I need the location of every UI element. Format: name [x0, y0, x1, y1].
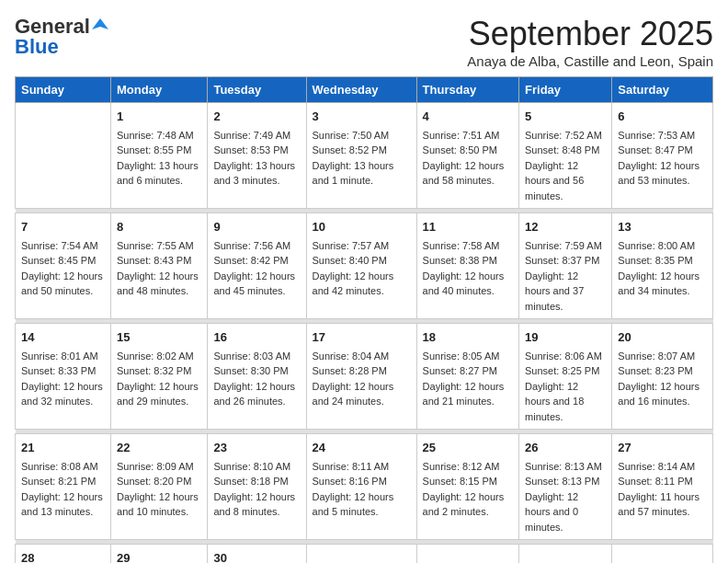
table-row	[416, 545, 518, 564]
sunrise-text: Sunrise: 8:01 AM	[21, 350, 98, 362]
daylight-text: Daylight: 13 hours and 3 minutes.	[213, 160, 295, 187]
table-row: 2Sunrise: 7:49 AMSunset: 8:53 PMDaylight…	[208, 103, 306, 209]
day-number: 20	[618, 328, 707, 347]
calendar-table: Sunday Monday Tuesday Wednesday Thursday…	[15, 76, 713, 563]
day-number: 17	[313, 328, 411, 347]
logo-blue-text: Blue	[15, 35, 59, 59]
col-saturday: Saturday	[612, 77, 713, 103]
daylight-text: Daylight: 12 hours and 24 minutes.	[313, 381, 394, 408]
sunrise-text: Sunrise: 8:13 AM	[525, 461, 602, 472]
table-row: 20Sunrise: 8:07 AMSunset: 8:23 PMDayligh…	[612, 324, 713, 430]
sunset-text: Sunset: 8:30 PM	[213, 365, 288, 376]
table-row: 21Sunrise: 8:08 AMSunset: 8:21 PMDayligh…	[16, 434, 111, 540]
daylight-text: Daylight: 12 hours and 8 minutes.	[213, 491, 295, 518]
sunrise-text: Sunrise: 8:00 AM	[618, 240, 695, 251]
daylight-text: Daylight: 12 hours and 50 minutes.	[21, 270, 103, 297]
sunrise-text: Sunrise: 8:04 AM	[313, 350, 390, 362]
sunrise-text: Sunrise: 8:06 AM	[525, 350, 602, 362]
sunset-text: Sunset: 8:52 PM	[313, 144, 387, 155]
day-number: 28	[21, 549, 105, 563]
table-row: 15Sunrise: 8:02 AMSunset: 8:32 PMDayligh…	[111, 324, 208, 430]
sunrise-text: Sunrise: 7:55 AM	[117, 240, 194, 251]
sunset-text: Sunset: 8:53 PM	[213, 144, 288, 155]
sunset-text: Sunset: 8:35 PM	[618, 255, 692, 266]
day-number: 4	[423, 108, 513, 126]
sunset-text: Sunset: 8:42 PM	[213, 255, 288, 266]
sunrise-text: Sunrise: 7:50 AM	[313, 130, 390, 141]
sunrise-text: Sunrise: 8:05 AM	[423, 350, 500, 362]
day-number: 2	[213, 108, 300, 126]
calendar-week-row: 14Sunrise: 8:01 AMSunset: 8:33 PMDayligh…	[16, 324, 713, 430]
daylight-text: Daylight: 12 hours and 10 minutes.	[117, 491, 199, 518]
sunset-text: Sunset: 8:40 PM	[313, 255, 387, 266]
table-row: 17Sunrise: 8:04 AMSunset: 8:28 PMDayligh…	[306, 324, 416, 430]
table-row: 29Sunrise: 8:16 AMSunset: 8:08 PMDayligh…	[111, 545, 208, 564]
daylight-text: Daylight: 12 hours and 32 minutes.	[21, 381, 103, 408]
daylight-text: Daylight: 12 hours and 37 minutes.	[525, 270, 584, 312]
table-row: 16Sunrise: 8:03 AMSunset: 8:30 PMDayligh…	[208, 324, 306, 430]
table-row: 23Sunrise: 8:10 AMSunset: 8:18 PMDayligh…	[208, 434, 306, 540]
table-row: 19Sunrise: 8:06 AMSunset: 8:25 PMDayligh…	[519, 324, 612, 430]
day-number: 5	[525, 108, 606, 126]
daylight-text: Daylight: 12 hours and 18 minutes.	[525, 381, 584, 422]
day-number: 18	[423, 328, 513, 347]
daylight-text: Daylight: 13 hours and 1 minute.	[313, 160, 394, 187]
day-number: 26	[525, 439, 606, 457]
col-wednesday: Wednesday	[306, 77, 416, 103]
table-row: 30Sunrise: 8:17 AMSunset: 8:06 PMDayligh…	[208, 545, 306, 564]
day-number: 14	[21, 328, 105, 347]
day-number: 30	[213, 549, 300, 563]
sunset-text: Sunset: 8:33 PM	[21, 365, 96, 376]
day-number: 24	[313, 439, 411, 457]
sunrise-text: Sunrise: 7:58 AM	[423, 240, 500, 251]
day-number: 15	[117, 328, 201, 347]
daylight-text: Daylight: 12 hours and 16 minutes.	[618, 381, 700, 408]
sunset-text: Sunset: 8:45 PM	[21, 255, 96, 266]
day-number: 3	[313, 108, 411, 126]
day-number: 21	[21, 439, 105, 457]
table-row: 18Sunrise: 8:05 AMSunset: 8:27 PMDayligh…	[416, 324, 518, 430]
sunrise-text: Sunrise: 7:59 AM	[525, 240, 602, 251]
sunset-text: Sunset: 8:13 PM	[525, 476, 599, 487]
daylight-text: Daylight: 12 hours and 42 minutes.	[313, 270, 394, 297]
table-row: 22Sunrise: 8:09 AMSunset: 8:20 PMDayligh…	[111, 434, 208, 540]
table-row: 6Sunrise: 7:53 AMSunset: 8:47 PMDaylight…	[612, 103, 713, 209]
table-row: 24Sunrise: 8:11 AMSunset: 8:16 PMDayligh…	[306, 434, 416, 540]
table-row: 5Sunrise: 7:52 AMSunset: 8:48 PMDaylight…	[519, 103, 612, 209]
calendar-week-row: 7Sunrise: 7:54 AMSunset: 8:45 PMDaylight…	[16, 213, 713, 319]
sunset-text: Sunset: 8:48 PM	[525, 144, 599, 155]
sunset-text: Sunset: 8:15 PM	[423, 476, 497, 487]
table-row: 14Sunrise: 8:01 AMSunset: 8:33 PMDayligh…	[16, 324, 111, 430]
day-number: 11	[423, 218, 513, 236]
sunset-text: Sunset: 8:38 PM	[423, 255, 497, 266]
logo-bird-icon	[92, 17, 108, 33]
col-friday: Friday	[519, 77, 612, 103]
day-number: 10	[313, 218, 411, 236]
sunrise-text: Sunrise: 7:51 AM	[423, 130, 500, 141]
sunset-text: Sunset: 8:47 PM	[618, 144, 692, 155]
sunset-text: Sunset: 8:37 PM	[525, 255, 599, 266]
table-row: 1Sunrise: 7:48 AMSunset: 8:55 PMDaylight…	[111, 103, 208, 209]
sunset-text: Sunset: 8:16 PM	[313, 476, 387, 487]
sunset-text: Sunset: 8:50 PM	[423, 144, 497, 155]
table-row: 11Sunrise: 7:58 AMSunset: 8:38 PMDayligh…	[416, 213, 518, 319]
day-number: 8	[117, 218, 201, 236]
day-number: 13	[618, 218, 707, 236]
sunset-text: Sunset: 8:21 PM	[21, 476, 96, 487]
sunset-text: Sunset: 8:20 PM	[117, 476, 191, 487]
table-row: 26Sunrise: 8:13 AMSunset: 8:13 PMDayligh…	[519, 434, 612, 540]
table-row	[16, 103, 111, 209]
daylight-text: Daylight: 12 hours and 58 minutes.	[423, 160, 505, 187]
col-sunday: Sunday	[16, 77, 111, 103]
sunset-text: Sunset: 8:23 PM	[618, 365, 692, 376]
month-title: September 2025	[467, 15, 713, 53]
sunset-text: Sunset: 8:32 PM	[117, 365, 191, 376]
daylight-text: Daylight: 12 hours and 48 minutes.	[117, 270, 199, 297]
sunrise-text: Sunrise: 7:53 AM	[618, 130, 695, 141]
table-row: 3Sunrise: 7:50 AMSunset: 8:52 PMDaylight…	[306, 103, 416, 209]
calendar-week-row: 28Sunrise: 8:15 AMSunset: 8:10 PMDayligh…	[16, 545, 713, 564]
sunrise-text: Sunrise: 8:02 AM	[117, 350, 194, 362]
daylight-text: Daylight: 12 hours and 26 minutes.	[213, 381, 295, 408]
table-row: 25Sunrise: 8:12 AMSunset: 8:15 PMDayligh…	[416, 434, 518, 540]
day-number: 19	[525, 328, 606, 347]
